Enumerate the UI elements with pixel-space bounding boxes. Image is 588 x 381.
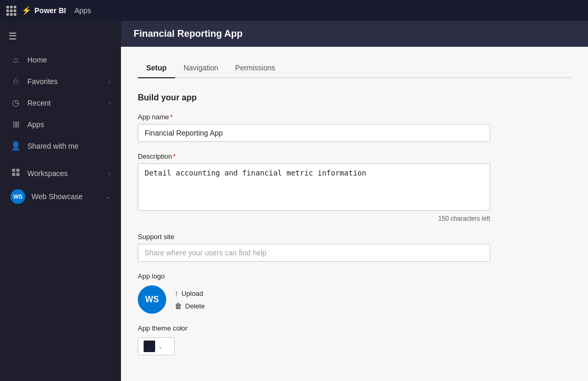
content-area: Setup Navigation Permissions Build your …: [121, 47, 588, 381]
required-indicator: *: [173, 152, 176, 160]
app-logo-label: App logo: [138, 272, 571, 280]
sidebar-item-web-showcase[interactable]: WS Web Showcase ⌄: [2, 185, 119, 208]
workspace-avatar: WS: [11, 189, 25, 204]
hamburger-button[interactable]: ☰: [0, 25, 121, 47]
required-indicator: *: [170, 113, 173, 121]
app-theme-label: App theme color: [138, 324, 571, 332]
sidebar-item-home[interactable]: ⌂ Home: [2, 50, 119, 70]
svg-rect-3: [16, 173, 19, 176]
workspace-icon: [11, 168, 21, 179]
tab-permissions[interactable]: Permissions: [227, 59, 283, 78]
sidebar-item-workspaces[interactable]: Workspaces ›: [2, 163, 119, 184]
logo-actions: ↑ Upload 🗑 Delete: [175, 289, 205, 310]
brand-name: Power BI: [35, 6, 66, 15]
color-swatch: [144, 341, 155, 352]
app-name-group: App name*: [138, 113, 571, 142]
sidebar-item-favorites-label: Favorites: [27, 77, 58, 86]
support-site-input[interactable]: [138, 244, 490, 262]
sidebar-item-shared[interactable]: 👤 Shared with me: [2, 136, 119, 156]
apps-icon: ⊞: [11, 119, 21, 129]
upload-icon: ↑: [175, 289, 178, 297]
app-name-label: App name*: [138, 113, 571, 121]
chevron-down-icon: ⌄: [106, 193, 110, 200]
support-site-group: Support site: [138, 233, 571, 262]
workspaces-label: Workspaces: [27, 169, 68, 178]
char-count: 150 characters left: [138, 215, 490, 222]
chevron-down-icon: ⌄: [158, 344, 163, 349]
shared-icon: 👤: [11, 141, 21, 151]
logo-avatar: WS: [138, 285, 166, 314]
topbar: ⚡ Power BI Apps: [0, 0, 588, 21]
topbar-apps-label[interactable]: Apps: [74, 6, 91, 15]
home-icon: ⌂: [11, 55, 21, 65]
apps-grid-icon[interactable]: [6, 6, 16, 16]
sidebar-item-favorites[interactable]: ☆ Favorites ›: [2, 71, 119, 91]
app-name-input[interactable]: [138, 124, 490, 142]
tab-navigation[interactable]: Navigation: [175, 59, 227, 78]
trash-icon: 🗑: [175, 302, 182, 310]
description-label: Description*: [138, 152, 571, 160]
logo-row: WS ↑ Upload 🗑 Delete: [138, 285, 571, 314]
svg-rect-1: [16, 169, 19, 172]
sidebar-item-apps-label: Apps: [27, 120, 44, 129]
page-title: Financial Reporting App: [134, 28, 242, 39]
sidebar-item-apps[interactable]: ⊞ Apps: [2, 114, 119, 135]
sidebar-item-shared-label: Shared with me: [27, 142, 78, 150]
app-logo-section: App logo WS ↑ Upload 🗑 Delete: [138, 272, 571, 314]
theme-color-picker[interactable]: ⌄: [138, 337, 175, 355]
tab-setup[interactable]: Setup: [138, 59, 175, 78]
svg-rect-0: [12, 169, 15, 172]
sidebar-item-recent-label: Recent: [27, 99, 50, 107]
chevron-right-icon: ›: [108, 100, 110, 106]
delete-button[interactable]: 🗑 Delete: [175, 302, 205, 310]
power-bi-logo: ⚡: [22, 6, 32, 15]
chevron-right-icon: ›: [108, 170, 110, 177]
svg-rect-2: [12, 173, 15, 176]
main-content: Financial Reporting App Setup Navigation…: [121, 21, 588, 381]
app-theme-section: App theme color ⌄: [138, 324, 571, 355]
description-input[interactable]: Detail accounting and financial metric i…: [138, 163, 490, 211]
web-showcase-label: Web Showcase: [32, 192, 83, 201]
page-header: Financial Reporting App: [121, 21, 588, 47]
recent-icon: ◷: [11, 98, 21, 108]
tab-bar: Setup Navigation Permissions: [138, 59, 571, 78]
sidebar-item-home-label: Home: [27, 56, 47, 64]
brand-logo: ⚡ Power BI: [22, 6, 66, 15]
upload-button[interactable]: ↑ Upload: [175, 289, 205, 297]
sidebar-item-recent[interactable]: ◷ Recent ›: [2, 92, 119, 113]
support-site-label: Support site: [138, 233, 571, 241]
section-title: Build your app: [138, 93, 571, 102]
description-group: Description* Detail accounting and finan…: [138, 152, 571, 222]
layout: ☰ ⌂ Home ☆ Favorites › ◷ Recent › ⊞ Apps…: [0, 21, 588, 381]
chevron-right-icon: ›: [108, 78, 110, 85]
favorites-icon: ☆: [11, 76, 21, 86]
sidebar: ☰ ⌂ Home ☆ Favorites › ◷ Recent › ⊞ Apps…: [0, 21, 121, 381]
